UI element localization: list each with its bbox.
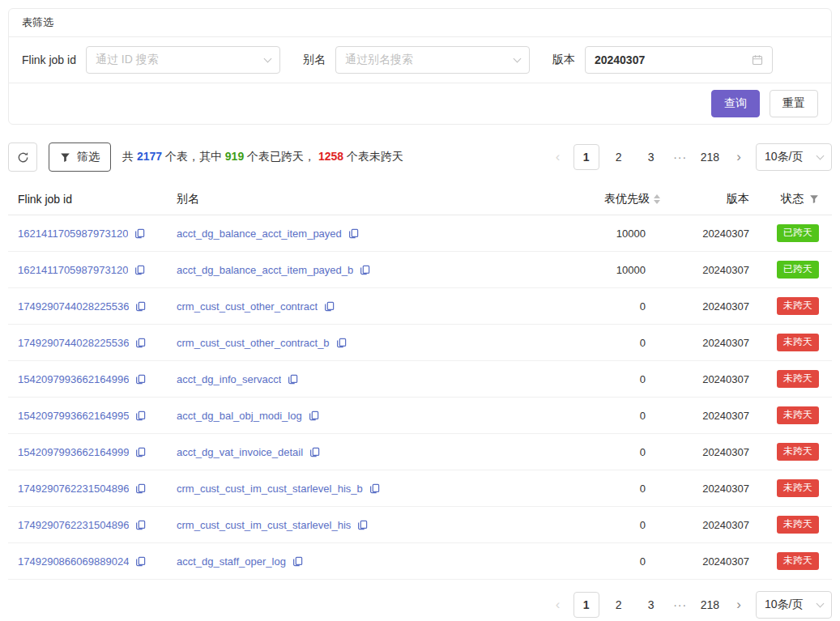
pagination-page-1[interactable]: 1 — [574, 592, 599, 618]
cell-status: 未跨天 — [749, 443, 819, 461]
page-size-select[interactable]: 10条/页 — [756, 591, 832, 619]
cell-alias: acct_dg_balance_acct_item_payed_b — [177, 264, 539, 276]
status-badge: 未跨天 — [777, 334, 819, 351]
flink-job-id-link[interactable]: 1749290744028225536 — [18, 300, 129, 313]
alias-link[interactable]: crm_cust_cust_other_contract_b — [177, 337, 330, 349]
flink-job-id-link[interactable]: 1749290762231504896 — [18, 519, 129, 531]
cell-flink-job-id: 1749290866069889024 — [18, 555, 177, 568]
pagination-ellipsis[interactable]: ··· — [671, 592, 690, 618]
filter-funnel-icon[interactable] — [809, 194, 819, 204]
version-date-input[interactable]: 20240307 — [585, 46, 773, 74]
pagination-page-3[interactable]: 3 — [638, 592, 664, 618]
column-priority[interactable]: 表优先级 — [539, 192, 660, 206]
alias-link[interactable]: acct_dg_balance_acct_item_payed_b — [177, 264, 353, 276]
status-badge: 未跨天 — [777, 516, 819, 534]
tables-table: Flink job id 别名 表优先级 版本 状态 1621411705987… — [8, 183, 832, 580]
pagination-prev-arrow[interactable]: ‹ — [549, 592, 567, 618]
alias-link[interactable]: acct_dg_vat_invoice_detail — [177, 446, 303, 458]
filter-fields-row: Flink job id 通过 ID 搜索 别名 通过别名搜索 版本 20240… — [9, 37, 831, 83]
flink-job-id-link[interactable]: 1542097993662164995 — [18, 410, 129, 422]
column-status: 状态 — [749, 192, 819, 206]
copy-icon[interactable] — [288, 374, 298, 385]
cell-flink-job-id: 1749290744028225536 — [18, 300, 177, 313]
flink-job-id-link[interactable]: 1542097993662164996 — [18, 373, 129, 385]
flink-job-id-link[interactable]: 1621411705987973120 — [18, 264, 128, 276]
flink-job-id-label: Flink job id — [22, 53, 76, 66]
copy-icon[interactable] — [309, 410, 319, 421]
copy-icon[interactable] — [135, 410, 146, 421]
copy-icon[interactable] — [135, 447, 146, 457]
alias-link[interactable]: acct_dg_bal_obj_modi_log — [177, 410, 302, 422]
chevron-down-icon — [817, 600, 825, 608]
flink-job-id-link[interactable]: 1749290762231504896 — [18, 483, 129, 495]
copy-icon[interactable] — [134, 265, 145, 275]
flink-job-id-link[interactable]: 1749290744028225536 — [18, 337, 129, 349]
cell-status: 已跨天 — [749, 261, 819, 279]
alias-placeholder: 通过别名搜索 — [345, 53, 413, 67]
alias-link[interactable]: acct_dg_staff_oper_log — [177, 555, 286, 568]
refresh-icon — [17, 151, 29, 164]
cell-status: 未跨天 — [749, 297, 819, 315]
copy-icon[interactable] — [369, 483, 380, 494]
copy-icon[interactable] — [135, 338, 146, 348]
copy-icon[interactable] — [134, 228, 145, 239]
flink-job-id-link[interactable]: 1621411705987973120 — [18, 228, 128, 240]
pagination-page-1[interactable]: 1 — [574, 144, 599, 170]
cell-flink-job-id: 1542097993662164996 — [18, 373, 177, 385]
search-button[interactable]: 查询 — [711, 90, 760, 117]
pagination-prev-arrow[interactable]: ‹ — [549, 144, 567, 170]
cell-version: 20240307 — [660, 228, 749, 240]
copy-icon[interactable] — [336, 338, 347, 348]
reset-button[interactable]: 重置 — [770, 90, 818, 117]
cell-priority: 0 — [539, 337, 660, 349]
column-alias: 别名 — [177, 192, 539, 206]
chevron-down-icon — [817, 152, 825, 160]
status-badge: 未跨天 — [777, 297, 819, 315]
flink-job-id-link[interactable]: 1749290866069889024 — [18, 555, 129, 568]
copy-icon[interactable] — [135, 374, 146, 385]
cell-status: 未跨天 — [749, 334, 819, 351]
cell-version: 20240307 — [660, 300, 749, 313]
alias-link[interactable]: crm_cust_cust_other_contract — [177, 300, 318, 313]
copy-icon[interactable] — [324, 301, 335, 312]
alias-select[interactable]: 通过别名搜索 — [335, 46, 530, 74]
pagination-page-218[interactable]: 218 — [697, 592, 723, 618]
alias-link[interactable]: crm_cust_cust_im_cust_starlevel_his_b — [177, 483, 363, 495]
copy-icon[interactable] — [360, 265, 370, 275]
calendar-icon[interactable] — [752, 54, 763, 66]
pagination-next-arrow[interactable]: › — [730, 144, 748, 170]
cell-flink-job-id: 1749290762231504896 — [18, 483, 177, 495]
copy-icon[interactable] — [292, 556, 303, 567]
flink-job-id-link[interactable]: 1542097993662164999 — [18, 446, 129, 458]
pagination-page-2[interactable]: 2 — [606, 592, 632, 618]
page-size-value: 10条/页 — [765, 598, 803, 612]
flink-job-id-select[interactable]: 通过 ID 搜索 — [86, 46, 280, 74]
copy-icon[interactable] — [135, 556, 146, 567]
pagination-page-2[interactable]: 2 — [606, 144, 632, 170]
copy-icon[interactable] — [135, 520, 146, 530]
sort-icon[interactable] — [654, 194, 660, 204]
pager-zone-bottom: ‹123···218› 10条/页 — [8, 591, 832, 619]
page-size-select[interactable]: 10条/页 — [756, 143, 832, 171]
cell-priority: 0 — [539, 483, 660, 495]
alias-link[interactable]: crm_cust_cust_im_cust_starlevel_his — [177, 519, 351, 531]
pagination-next-arrow[interactable]: › — [730, 592, 748, 618]
cell-priority: 10000 — [539, 228, 660, 240]
alias-link[interactable]: acct_dg_info_servacct — [177, 373, 281, 385]
refresh-button[interactable] — [8, 142, 37, 172]
cell-priority: 0 — [539, 373, 660, 385]
copy-icon[interactable] — [309, 447, 320, 457]
pagination-ellipsis[interactable]: ··· — [671, 144, 690, 170]
pagination-page-218[interactable]: 218 — [697, 144, 723, 170]
copy-icon[interactable] — [135, 483, 146, 494]
copy-icon[interactable] — [357, 520, 368, 530]
alias-field: 别名 通过别名搜索 — [303, 46, 530, 74]
filter-toggle-button[interactable]: 筛选 — [49, 142, 111, 172]
cell-version: 20240307 — [660, 264, 749, 276]
copy-icon[interactable] — [348, 228, 359, 239]
table-row: 1749290866069889024acct_dg_staff_oper_lo… — [8, 543, 832, 580]
alias-link[interactable]: acct_dg_balance_acct_item_payed — [177, 228, 342, 240]
summary-segment: 个表，其中 — [162, 150, 225, 163]
copy-icon[interactable] — [135, 301, 146, 312]
pagination-page-3[interactable]: 3 — [638, 144, 664, 170]
